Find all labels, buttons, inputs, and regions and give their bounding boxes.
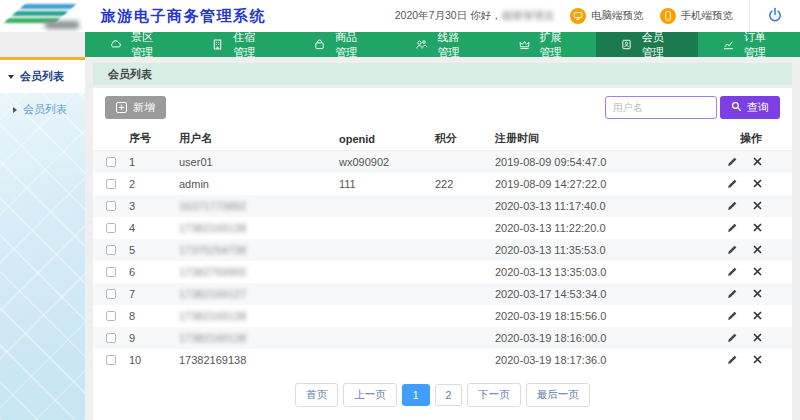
delete-button[interactable] bbox=[753, 354, 762, 367]
edit-button[interactable] bbox=[727, 332, 738, 345]
monitor-icon bbox=[570, 8, 586, 24]
sidebar-parent-label: 会员列表 bbox=[20, 69, 64, 84]
nav-label: 订单管理 bbox=[744, 30, 776, 60]
cell-username: 17382169127 bbox=[179, 288, 339, 300]
pc-preview-button[interactable]: 电脑端预览 bbox=[570, 8, 644, 24]
pencil-icon bbox=[727, 266, 738, 279]
nav-item-goods[interactable]: 商品管理 bbox=[289, 32, 391, 57]
search-group: 查询 bbox=[605, 96, 780, 119]
delete-button[interactable] bbox=[753, 156, 762, 169]
edit-button[interactable] bbox=[727, 288, 738, 301]
row-checkbox[interactable] bbox=[106, 355, 116, 365]
cell-no: 1 bbox=[129, 156, 179, 168]
search-icon bbox=[731, 101, 742, 114]
edit-button[interactable] bbox=[727, 156, 738, 169]
delete-button[interactable] bbox=[753, 222, 762, 235]
cell-points: 222 bbox=[435, 178, 495, 190]
mobile-preview-label: 手机端预览 bbox=[681, 9, 734, 23]
sidebar-item-member-list-parent[interactable]: 会员列表 bbox=[0, 60, 85, 93]
edit-button[interactable] bbox=[727, 266, 738, 279]
pagination-page-2-button[interactable]: 2 bbox=[435, 384, 463, 406]
edit-button[interactable] bbox=[727, 244, 738, 257]
cell-username: 17375254738 bbox=[179, 244, 339, 256]
search-input[interactable] bbox=[605, 96, 717, 119]
edit-button[interactable] bbox=[727, 222, 738, 235]
pagination-first-button[interactable]: 首页 bbox=[295, 383, 338, 407]
cell-no: 3 bbox=[129, 200, 179, 212]
cell-no: 5 bbox=[129, 244, 179, 256]
header-right: 2020年7月30日 你好， 超级管理员 电脑端预览 手机端预览 bbox=[395, 0, 800, 32]
logout-button[interactable] bbox=[749, 0, 800, 32]
row-checkbox[interactable] bbox=[106, 179, 116, 189]
col-header-ops: 操作 bbox=[690, 131, 792, 146]
pencil-icon bbox=[727, 200, 738, 213]
delete-button[interactable] bbox=[753, 244, 762, 257]
plus-icon: + bbox=[116, 102, 127, 113]
row-checkbox[interactable] bbox=[106, 245, 116, 255]
row-checkbox[interactable] bbox=[106, 289, 116, 299]
cell-no: 7 bbox=[129, 288, 179, 300]
delete-button[interactable] bbox=[753, 200, 762, 213]
current-username: 超级管理员 bbox=[502, 9, 555, 23]
row-checkbox[interactable] bbox=[106, 157, 116, 167]
search-button[interactable]: 查询 bbox=[720, 96, 780, 119]
app-title: 旅游电子商务管理系统 bbox=[101, 7, 266, 26]
row-checkbox-cell bbox=[93, 201, 129, 211]
edit-button[interactable] bbox=[727, 354, 738, 367]
delete-button[interactable] bbox=[753, 332, 762, 345]
lodging-icon bbox=[211, 38, 224, 51]
edit-button[interactable] bbox=[727, 310, 738, 323]
table-row: 4 17382169138 2020-03-13 11:22:20.0 bbox=[93, 217, 792, 239]
edit-button[interactable] bbox=[727, 178, 738, 191]
edit-button[interactable] bbox=[727, 200, 738, 213]
nav-item-scenic[interactable]: 景区管理 bbox=[85, 32, 187, 57]
pagination-next-button[interactable]: 下一页 bbox=[467, 383, 521, 407]
pagination-last-button[interactable]: 最后一页 bbox=[526, 383, 590, 407]
row-checkbox-cell bbox=[93, 311, 129, 321]
app-window: 旅游电子商务管理系统 2020年7月30日 你好， 超级管理员 电脑端预览 手机… bbox=[0, 0, 800, 420]
toolbar: + 新增 查询 bbox=[93, 88, 792, 127]
logo-stripe bbox=[20, 4, 77, 9]
row-checkbox[interactable] bbox=[106, 201, 116, 211]
nav-item-order[interactable]: 订单管理 bbox=[698, 32, 800, 57]
delete-button[interactable] bbox=[753, 310, 762, 323]
close-icon bbox=[753, 266, 762, 278]
crown-icon bbox=[518, 38, 531, 51]
chart-icon bbox=[722, 38, 735, 51]
row-checkbox-cell bbox=[93, 245, 129, 255]
mobile-preview-button[interactable]: 手机端预览 bbox=[660, 8, 734, 24]
sidebar-item-member-list-child[interactable]: 会员列表 bbox=[0, 93, 85, 126]
add-button-label: 新增 bbox=[133, 100, 155, 115]
nav-item-route[interactable]: 线路管理 bbox=[391, 32, 493, 57]
pagination-page-1-button[interactable]: 1 bbox=[402, 384, 430, 406]
nav-item-lodging[interactable]: 住宿管理 bbox=[187, 32, 289, 57]
nav-label: 会员管理 bbox=[642, 30, 674, 60]
nav-label: 扩展管理 bbox=[540, 30, 572, 60]
row-checkbox[interactable] bbox=[106, 311, 116, 321]
content-card: + 新增 查询 序号 用户名 bbox=[93, 88, 792, 420]
power-icon bbox=[767, 7, 783, 25]
nav-item-extend[interactable]: 扩展管理 bbox=[494, 32, 596, 57]
col-header-username: 用户名 bbox=[179, 131, 339, 146]
cell-regtime: 2020-03-13 11:22:20.0 bbox=[495, 222, 690, 234]
cell-regtime: 2020-03-17 14:53:34.0 bbox=[495, 288, 690, 300]
cell-no: 10 bbox=[129, 354, 179, 366]
pagination-prev-button[interactable]: 上一页 bbox=[343, 383, 397, 407]
sidebar: 会员列表 会员列表 bbox=[0, 57, 85, 420]
route-icon bbox=[415, 38, 428, 51]
add-button[interactable]: + 新增 bbox=[105, 96, 166, 119]
cell-operations bbox=[690, 178, 792, 191]
breadcrumb-label: 会员列表 bbox=[108, 67, 152, 82]
row-checkbox[interactable] bbox=[106, 223, 116, 233]
row-checkbox[interactable] bbox=[106, 333, 116, 343]
pencil-icon bbox=[727, 332, 738, 345]
delete-button[interactable] bbox=[753, 288, 762, 301]
cell-no: 9 bbox=[129, 332, 179, 344]
delete-button[interactable] bbox=[753, 178, 762, 191]
breadcrumb: 会员列表 bbox=[93, 63, 792, 85]
logo bbox=[0, 0, 85, 32]
delete-button[interactable] bbox=[753, 266, 762, 279]
table-row: 1 user01 wx090902 2019-08-09 09:54:47.0 bbox=[93, 151, 792, 173]
nav-item-member[interactable]: 会员管理 bbox=[596, 32, 698, 57]
row-checkbox[interactable] bbox=[106, 267, 116, 277]
